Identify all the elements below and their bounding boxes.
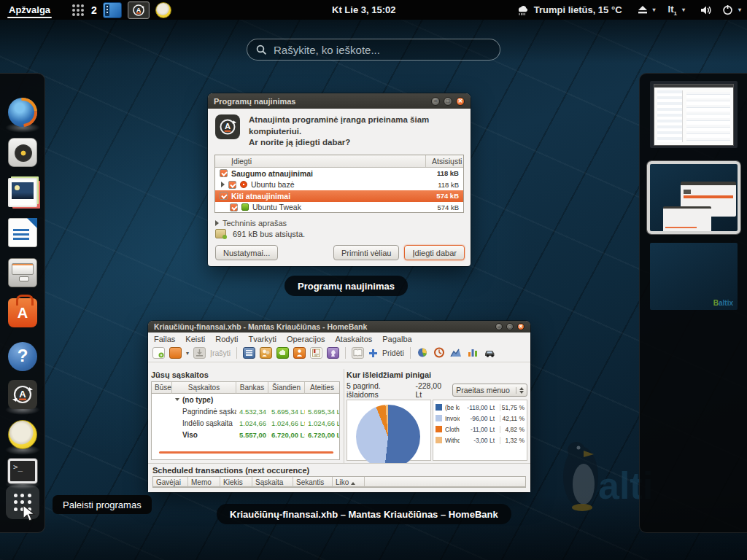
horizontal-scrollbar[interactable] [159, 451, 333, 454]
homebank-window[interactable]: Kriaučiūnų-finansai.xhb - Mantas Kriauči… [148, 321, 530, 492]
legend-row: (be kategorijos) -118,00 Lt 51,75 % [436, 402, 525, 413]
dock-item-help[interactable]: ? [8, 342, 37, 371]
spinner-arrows-icon[interactable] [516, 387, 524, 394]
homebank-titlebar[interactable]: Kriaučiūnų-finansai.xhb - Mantas Kriauči… [148, 321, 530, 332]
tech-expander[interactable]: Techninis aprašas [208, 216, 294, 229]
menu-file[interactable]: Failas [154, 335, 175, 343]
checkbox-checked-icon[interactable] [228, 181, 236, 189]
menu-help[interactable]: Pagalba [382, 335, 411, 343]
add-label[interactable]: Pridėti [382, 349, 404, 357]
checkbox-checked-icon[interactable] [220, 192, 228, 200]
workspace-thumbnail-1[interactable] [650, 81, 738, 148]
expander-closed-icon [215, 220, 219, 226]
updates-list: Įdiegti Atsisiųsti Saugumo atnaujinimai … [214, 155, 464, 213]
account-group-row[interactable]: (no type) [152, 394, 339, 405]
period-select[interactable]: Praeitas mėnuo [452, 384, 527, 397]
legend-chip [436, 415, 442, 421]
dock-item-rhythmbox[interactable] [8, 138, 37, 167]
payees-icon[interactable] [260, 347, 272, 359]
col-accounts[interactable]: Sąskaitos [172, 382, 236, 394]
close-button[interactable]: ✕ [517, 323, 525, 330]
menu-edit[interactable]: Keisti [185, 335, 205, 343]
settings-button[interactable]: Nustatymai... [215, 245, 278, 260]
software-updater-window[interactable]: Programų naujinimas − □ ✕ A Atnaujinta p… [208, 93, 471, 266]
accounts-icon[interactable] [243, 347, 255, 359]
assignments-icon[interactable] [293, 347, 306, 359]
maximize-button[interactable]: □ [506, 323, 514, 330]
window-button-terminal-icon[interactable] [103, 2, 122, 18]
minimize-button[interactable]: − [431, 97, 440, 106]
update-row-ubuntu-tweak[interactable]: Ubuntu Tweak 574 kB [215, 202, 463, 214]
col-status[interactable]: Būsena [152, 382, 172, 394]
update-row-security[interactable]: Saugumo atnaujinimai 118 kB [215, 168, 463, 179]
checkbox-checked-icon[interactable] [220, 169, 228, 177]
update-row-ubuntu-base[interactable]: Ubuntu bazė 118 kB [215, 179, 463, 191]
dock-item-file-cabinet[interactable] [8, 258, 37, 287]
open-folder-icon[interactable] [169, 347, 182, 359]
dock-item-software-updater[interactable]: A [8, 380, 37, 409]
col-today[interactable]: Šiandien [268, 382, 305, 394]
dock-item-firefox[interactable] [8, 98, 37, 127]
account-row[interactable]: Pagrindinė sąska 4.532,34 Lt 5.695,34 Lt… [152, 405, 339, 417]
menu-view[interactable]: Rodyti [215, 335, 238, 343]
workspace-indicator[interactable]: 2 [91, 4, 97, 16]
checkbox-checked-icon[interactable] [230, 203, 238, 211]
statistics-pie-icon[interactable] [417, 347, 429, 359]
maximize-button[interactable]: □ [444, 97, 452, 106]
account-row[interactable]: Indėlio sąskaita 1.024,66 Lt 1.024,66 Lt… [152, 417, 339, 429]
app-grid-icon[interactable] [71, 3, 85, 18]
keyboard-indicator[interactable]: lt1 [668, 4, 677, 17]
col-memo[interactable]: Memo [188, 477, 220, 487]
homebank-window-title: Kriaučiūnų-finansai.xhb - Mantas Kriauči… [154, 322, 367, 331]
workspace-thumbnail-3[interactable]: Baltix [650, 243, 738, 310]
clock[interactable]: Kt Lie 3, 15:02 [332, 0, 395, 20]
col-amount[interactable]: Kiekis [220, 477, 252, 487]
preferences-icon[interactable] [327, 347, 339, 359]
install-now-button[interactable]: Įdiegti dabar [404, 245, 465, 260]
volume-icon[interactable] [700, 5, 713, 15]
window-button-updater-icon[interactable]: A [128, 1, 150, 19]
trendtime-icon[interactable] [433, 347, 446, 359]
eject-icon[interactable] [638, 6, 648, 15]
menu-transactions[interactable]: Operacijos [287, 335, 325, 343]
balance-report-icon[interactable] [450, 347, 462, 359]
col-bank[interactable]: Bankas [236, 382, 268, 394]
minimize-button[interactable]: − [495, 323, 503, 330]
add-transaction-icon[interactable] [368, 349, 378, 358]
col-payees[interactable]: Gavėjai [153, 477, 188, 487]
remind-later-button[interactable]: Priminti vėliau [333, 245, 399, 260]
update-row-other-selected[interactable]: Kiti atnaujinimai 574 kB [215, 190, 463, 202]
col-future[interactable]: Ateities [305, 382, 339, 394]
menu-manage[interactable]: Tvarkyti [248, 335, 276, 343]
scheduled-table-header: Gavėjai Memo Kiekis Sąskaita Sekantis Li… [152, 476, 526, 488]
search-input[interactable]: Rašykite, ko ieškote... [247, 39, 500, 61]
col-remaining-sorted[interactable]: Liko [333, 477, 365, 487]
dock-item-terminal[interactable]: >_ [8, 459, 37, 483]
window-button-baltix-icon[interactable] [155, 2, 171, 18]
activities-button[interactable]: Apžvalga [7, 1, 52, 18]
spending-summary-amount: -228,00 Lt [415, 381, 448, 399]
updater-titlebar[interactable]: Programų naujinimas − □ ✕ [208, 93, 471, 109]
updater-window-caption: Programų naujinimas [285, 276, 408, 296]
dock-item-writer[interactable] [8, 218, 37, 247]
power-icon[interactable] [722, 4, 733, 15]
dock-item-baltix[interactable] [8, 420, 37, 449]
homebank-window-caption: Kriaučiūnų-finansai.xhb – Mantas Kriauči… [217, 504, 511, 524]
weather-label[interactable]: Trumpi lietūs, 15 °C [534, 4, 622, 15]
group-expander-icon[interactable] [175, 398, 179, 401]
col-next[interactable]: Sekantis [293, 477, 333, 487]
new-file-icon[interactable] [152, 347, 165, 359]
workspace-thumbnail-2-active[interactable] [647, 161, 740, 234]
open-caret-icon[interactable]: ▾ [186, 350, 189, 357]
vehicle-cost-icon[interactable] [484, 347, 496, 359]
budget-report-icon[interactable] [467, 347, 479, 359]
close-button[interactable]: ✕ [456, 97, 465, 106]
dock-item-image-viewer[interactable] [8, 178, 37, 207]
categories-icon[interactable] [276, 347, 289, 359]
budget-icon[interactable] [310, 347, 322, 359]
col-account[interactable]: Sąskaita [252, 477, 293, 487]
dock: A ? A >_ [0, 73, 45, 533]
menu-reports[interactable]: Ataskaitos [336, 335, 373, 343]
dock-item-software-center[interactable]: A [8, 298, 37, 327]
expander-closed-icon[interactable] [221, 182, 225, 187]
